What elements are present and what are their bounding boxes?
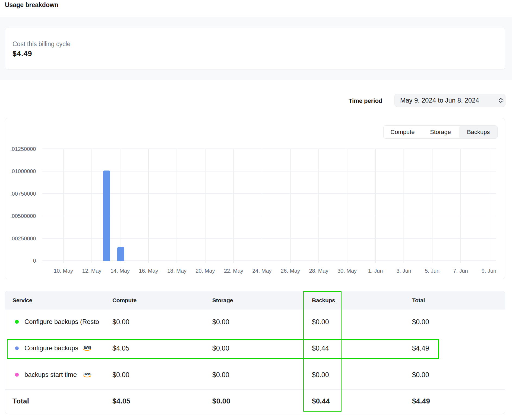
svg-text:aws: aws [84, 372, 91, 376]
